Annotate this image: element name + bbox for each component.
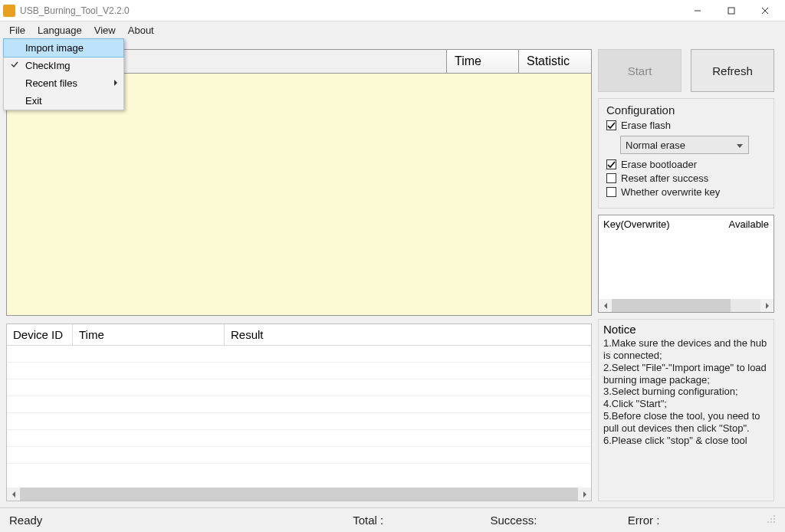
action-buttons: Start Refresh (598, 49, 774, 92)
svg-point-12 (770, 518, 772, 520)
device-grid-header-time: Time (73, 324, 225, 345)
menu-item-label: Exit (25, 95, 42, 107)
svg-marker-4 (114, 80, 117, 86)
notice-line: 5.Before close the tool, you need to pul… (603, 410, 769, 435)
overwrite-key-checkbox[interactable]: Whether overwrite key (606, 186, 766, 198)
close-button[interactable] (748, 0, 782, 21)
svg-marker-8 (604, 303, 607, 309)
svg-marker-7 (737, 144, 743, 148)
notice-line: 1.Make sure the devices and the hub is c… (603, 337, 769, 362)
status-bar: Ready Total : Success: Error : (0, 507, 785, 532)
scroll-thumb[interactable] (612, 299, 731, 312)
scroll-track[interactable] (612, 299, 760, 312)
table-row (7, 396, 591, 413)
notice-title: Notice (603, 323, 769, 336)
reset-after-success-checkbox[interactable]: Reset after success (606, 172, 766, 184)
checkbox-icon (606, 120, 616, 130)
start-button[interactable]: Start (598, 49, 682, 92)
menu-language[interactable]: Language (31, 23, 88, 38)
progress-grid-header-time: Time (447, 50, 519, 73)
submenu-arrow-icon (113, 77, 119, 89)
menu-item-label: Import image (25, 42, 84, 54)
configuration-panel: Configuration Erase flash Normal erase E… (598, 98, 774, 209)
svg-point-13 (774, 521, 775, 523)
scroll-track[interactable] (20, 488, 578, 501)
device-grid-rows (7, 346, 591, 488)
file-menu-import-image[interactable]: Import image (3, 38, 124, 57)
scroll-right-icon[interactable] (760, 299, 774, 312)
key-table-header: Key(Overwrite) Available (599, 215, 774, 233)
checkbox-icon (606, 173, 616, 183)
notice-line: 4.Click "Start"; (603, 398, 769, 410)
svg-rect-1 (728, 8, 734, 14)
table-row (7, 430, 591, 447)
chevron-down-icon (736, 140, 744, 151)
checkbox-label: Erase flash (621, 120, 671, 131)
status-error: Error : (628, 514, 765, 527)
file-menu-recent-files[interactable]: Recent files (4, 74, 123, 92)
status-success: Success: (490, 514, 627, 527)
scroll-thumb[interactable] (20, 488, 578, 501)
notice-line: 3.Select burning configuration; (603, 386, 769, 398)
device-grid-header-result: Result (225, 324, 591, 345)
checkbox-icon (606, 187, 616, 197)
table-row (7, 363, 591, 379)
table-row (7, 447, 591, 464)
menu-file[interactable]: File (3, 23, 31, 38)
scroll-right-icon[interactable] (578, 488, 591, 501)
device-grid: Device ID Time Result (6, 323, 592, 501)
status-ready: Ready (9, 514, 353, 527)
minimize-button[interactable] (681, 0, 714, 21)
svg-marker-9 (766, 303, 769, 309)
horizontal-scrollbar[interactable] (7, 488, 591, 501)
checkbox-label: Whether overwrite key (621, 186, 720, 198)
file-menu-dropdown: Import image CheckImg Recent files Exit (3, 38, 124, 110)
scroll-left-icon[interactable] (599, 299, 612, 312)
svg-point-15 (767, 521, 769, 523)
combobox-value: Normal erase (626, 140, 685, 151)
window-title: USB_Burning_Tool_V2.2.0 (20, 5, 681, 16)
erase-bootloader-checkbox[interactable]: Erase bootloader (606, 159, 766, 170)
file-menu-checkimg[interactable]: CheckImg (4, 57, 123, 74)
status-total: Total : (353, 514, 490, 527)
erase-flash-checkbox[interactable]: Erase flash (606, 120, 766, 131)
left-pane: Time Statistic Device ID Time Result (6, 49, 592, 501)
app-icon (3, 5, 15, 17)
maximize-button[interactable] (714, 0, 748, 21)
checkbox-label: Erase bootloader (621, 159, 697, 170)
menu-about[interactable]: About (122, 23, 160, 38)
key-table-rows (599, 233, 774, 299)
menu-item-label: CheckImg (25, 60, 71, 71)
svg-marker-6 (583, 491, 586, 498)
svg-point-10 (774, 515, 775, 517)
refresh-button[interactable]: Refresh (691, 49, 774, 92)
svg-point-14 (770, 521, 772, 523)
notice-line: 6.Please click "stop" & close tool (603, 435, 769, 447)
svg-point-11 (774, 518, 775, 520)
menu-bar: File Language View About (0, 21, 785, 38)
menu-view[interactable]: View (88, 23, 122, 38)
key-header-available: Available (728, 218, 769, 230)
title-bar: USB_Burning_Tool_V2.2.0 (0, 0, 785, 21)
notice-panel: Notice 1.Make sure the devices and the h… (598, 319, 774, 501)
resize-grip-icon[interactable] (765, 514, 776, 526)
menu-item-label: Recent files (25, 77, 77, 89)
key-table: Key(Overwrite) Available (598, 215, 774, 313)
checkbox-icon (606, 159, 616, 169)
device-grid-header: Device ID Time Result (7, 324, 591, 346)
table-row (7, 379, 591, 396)
notice-body: 1.Make sure the devices and the hub is c… (603, 337, 769, 447)
file-menu-exit[interactable]: Exit (4, 92, 123, 110)
check-icon (10, 60, 19, 71)
device-grid-header-id: Device ID (7, 324, 73, 345)
notice-line: 2.Select "File"-"Import image" to load b… (603, 362, 769, 386)
key-header-overwrite: Key(Overwrite) (603, 218, 728, 230)
erase-mode-combobox[interactable]: Normal erase (620, 136, 749, 154)
progress-grid-header-statistic: Statistic (519, 50, 591, 73)
svg-marker-5 (12, 491, 15, 498)
configuration-title: Configuration (606, 103, 766, 117)
table-row (7, 346, 591, 363)
right-pane: Start Refresh Configuration Erase flash … (598, 49, 774, 501)
key-horizontal-scrollbar[interactable] (599, 299, 774, 312)
scroll-left-icon[interactable] (7, 488, 20, 501)
